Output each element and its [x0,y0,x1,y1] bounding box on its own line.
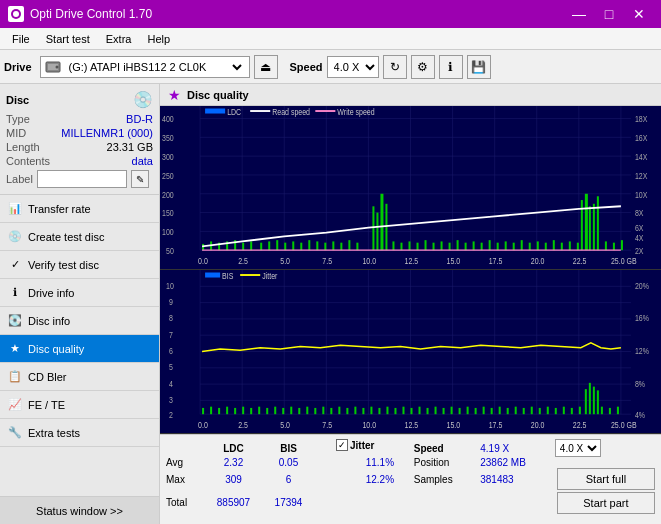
svg-text:5: 5 [169,363,173,373]
svg-text:350: 350 [162,133,174,143]
svg-rect-205 [597,390,599,414]
svg-text:22.5: 22.5 [573,256,587,266]
svg-rect-101 [605,241,607,250]
eject-button[interactable]: ⏏ [254,55,278,79]
create-test-disc-label: Create test disc [28,231,104,243]
minimize-button[interactable]: — [565,0,593,28]
svg-text:Write speed: Write speed [337,107,374,117]
window-controls: — □ ✕ [565,0,653,28]
svg-rect-73 [332,241,334,250]
svg-rect-92 [513,243,515,251]
svg-text:20%: 20% [635,281,649,291]
status-window-button[interactable]: Status window >> [0,496,159,524]
svg-rect-185 [451,407,453,415]
app-title: Opti Drive Control 1.70 [30,7,152,21]
disc-title: Disc [6,94,29,106]
svg-rect-57 [380,194,383,250]
svg-rect-78 [400,243,402,251]
menu-help[interactable]: Help [139,31,178,47]
speed-value: 4.19 X [476,439,551,457]
svg-rect-200 [571,408,573,414]
svg-text:10.0: 10.0 [362,420,376,430]
start-full-button[interactable]: Start full [557,468,655,490]
sidebar-item-extra-tests[interactable]: 🔧 Extra tests [0,419,159,447]
drive-info-label: Drive info [28,287,74,299]
close-button[interactable]: ✕ [625,0,653,28]
svg-rect-188 [475,408,477,414]
svg-rect-177 [386,407,388,415]
start-part-button[interactable]: Start part [557,492,655,514]
svg-rect-204 [593,387,595,415]
info-button[interactable]: ℹ [439,55,463,79]
sidebar-item-disc-quality[interactable]: ★ Disc quality [0,335,159,363]
sidebar-nav: 📊 Transfer rate 💿 Create test disc ✓ Ver… [0,195,159,496]
svg-rect-202 [585,389,587,414]
max-ldc: 309 [206,468,261,491]
sidebar-item-drive-info[interactable]: ℹ Drive info [0,279,159,307]
total-ldc: 885907 [206,491,261,514]
status-window-label: Status window >> [36,505,123,517]
speed-header: Speed [406,439,477,457]
svg-text:BIS: BIS [222,271,233,281]
fe-te-label: FE / TE [28,399,65,411]
svg-rect-167 [306,407,308,415]
sidebar-item-verify-test-disc[interactable]: ✓ Verify test disc [0,251,159,279]
sidebar-item-create-test-disc[interactable]: 💿 Create test disc [0,223,159,251]
menu-file[interactable]: File [4,31,38,47]
svg-rect-42 [205,109,225,114]
length-key: Length [6,141,40,153]
speed-select-dropdown[interactable]: 4.0 X [555,439,601,457]
svg-rect-195 [531,407,533,415]
svg-text:250: 250 [162,171,174,181]
sidebar-item-transfer-rate[interactable]: 📊 Transfer rate [0,195,159,223]
sidebar-item-disc-info[interactable]: 💽 Disc info [0,307,159,335]
svg-rect-154 [202,408,204,414]
label-input[interactable] [37,170,127,188]
svg-text:12X: 12X [635,171,648,181]
sidebar-item-cd-bler[interactable]: 📋 CD Bler [0,363,159,391]
settings-button[interactable]: ⚙ [411,55,435,79]
bis-header: BIS [261,439,316,457]
svg-rect-206 [601,407,603,415]
svg-rect-69 [300,243,302,251]
svg-text:20.0: 20.0 [531,256,545,266]
jitter-checkbox[interactable]: ✓ [336,439,348,451]
svg-rect-176 [378,408,380,414]
svg-text:12%: 12% [635,346,649,356]
svg-rect-156 [218,408,220,414]
refresh-button[interactable]: ↻ [383,55,407,79]
max-bis: 6 [261,468,316,491]
svg-text:50: 50 [166,246,174,256]
menu-start-test[interactable]: Start test [38,31,98,47]
disc-length-row: Length 23.31 GB [6,141,153,153]
drive-dropdown[interactable]: (G:) ATAPI iHBS112 2 CL0K [65,60,245,74]
svg-text:25.0 GB: 25.0 GB [611,256,637,266]
label-edit-button[interactable]: ✎ [131,170,149,188]
svg-text:15.0: 15.0 [447,420,461,430]
svg-rect-94 [529,243,531,251]
main-area: Disc 💿 Type BD-R MID MILLENMR1 (000) Len… [0,84,661,524]
svg-rect-190 [491,408,493,414]
verify-test-disc-label: Verify test disc [28,259,99,271]
sidebar-item-fe-te[interactable]: 📈 FE / TE [0,391,159,419]
svg-point-4 [55,65,58,68]
menu-extra[interactable]: Extra [98,31,140,47]
svg-text:18X: 18X [635,115,648,125]
speed-dropdown[interactable]: 4.0 X 2.0 X 8.0 X [327,56,379,78]
drive-label: Drive [4,61,32,73]
svg-rect-89 [489,240,491,250]
charts-area: 400 350 300 250 200 150 100 50 18X 16X 1… [160,106,661,434]
svg-text:6: 6 [169,346,173,356]
maximize-button[interactable]: □ [595,0,623,28]
svg-rect-201 [579,407,581,415]
ldc-chart-svg: 400 350 300 250 200 150 100 50 18X 16X 1… [160,106,661,269]
svg-point-1 [13,11,19,17]
svg-text:20.0: 20.0 [531,420,545,430]
svg-text:16%: 16% [635,314,649,324]
svg-rect-179 [402,407,404,415]
drive-selector[interactable]: (G:) ATAPI iHBS112 2 CL0K [40,56,250,78]
svg-text:17.5: 17.5 [489,420,503,430]
save-button[interactable]: 💾 [467,55,491,79]
jitter-header: Jitter [350,440,374,451]
svg-rect-199 [563,407,565,415]
